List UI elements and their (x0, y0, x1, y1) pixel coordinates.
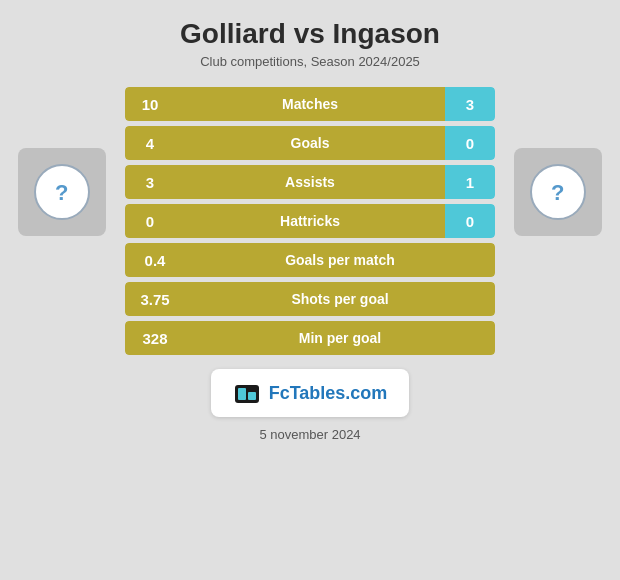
player-right-avatar: ? (530, 164, 586, 220)
stat-row: 0 Hattricks 0 (125, 204, 495, 238)
stat-label: Goals per match (185, 243, 495, 277)
stat-left-val: 0 (125, 204, 175, 238)
logo-tables: Tables.com (290, 383, 388, 403)
svg-rect-4 (248, 392, 256, 400)
stat-row: 3.75 Shots per goal (125, 282, 495, 316)
stat-label: Assists (175, 165, 445, 199)
logo-box: FcTables.com (211, 369, 410, 417)
stat-left-val: 328 (125, 321, 185, 355)
page-subtitle: Club competitions, Season 2024/2025 (200, 54, 420, 69)
stat-row: 328 Min per goal (125, 321, 495, 355)
logo-text: FcTables.com (269, 383, 388, 404)
stat-label: Matches (175, 87, 445, 121)
stat-left-val: 10 (125, 87, 175, 121)
stat-label: Min per goal (185, 321, 495, 355)
stat-row: 3 Assists 1 (125, 165, 495, 199)
stat-right-val: 0 (445, 204, 495, 238)
player-right-card: ? (514, 148, 602, 236)
stat-label: Hattricks (175, 204, 445, 238)
svg-text:?: ? (551, 180, 564, 205)
stat-label: Shots per goal (185, 282, 495, 316)
question-icon-right: ? (542, 176, 574, 208)
stat-left-val: 4 (125, 126, 175, 160)
date-label: 5 november 2024 (259, 427, 360, 442)
stat-right-val: 0 (445, 126, 495, 160)
stat-row: 4 Goals 0 (125, 126, 495, 160)
main-container: Golliard vs Ingason Club competitions, S… (0, 0, 620, 580)
stat-right-val: 3 (445, 87, 495, 121)
logo-fc: Fc (269, 383, 290, 403)
stat-row: 0.4 Goals per match (125, 243, 495, 277)
stat-right-val: 1 (445, 165, 495, 199)
stat-row: 10 Matches 3 (125, 87, 495, 121)
svg-rect-3 (238, 388, 246, 400)
stat-label: Goals (175, 126, 445, 160)
player-left-avatar: ? (34, 164, 90, 220)
stat-left-val: 0.4 (125, 243, 185, 277)
stat-left-val: 3 (125, 165, 175, 199)
player-left-card: ? (18, 148, 106, 236)
svg-text:?: ? (55, 180, 68, 205)
stats-section: 10 Matches 3 4 Goals 0 3 Assists 1 0 Hat… (125, 87, 495, 355)
stat-left-val: 3.75 (125, 282, 185, 316)
question-icon-left: ? (46, 176, 78, 208)
page-title: Golliard vs Ingason (180, 18, 440, 50)
fctables-logo-icon (233, 379, 261, 407)
